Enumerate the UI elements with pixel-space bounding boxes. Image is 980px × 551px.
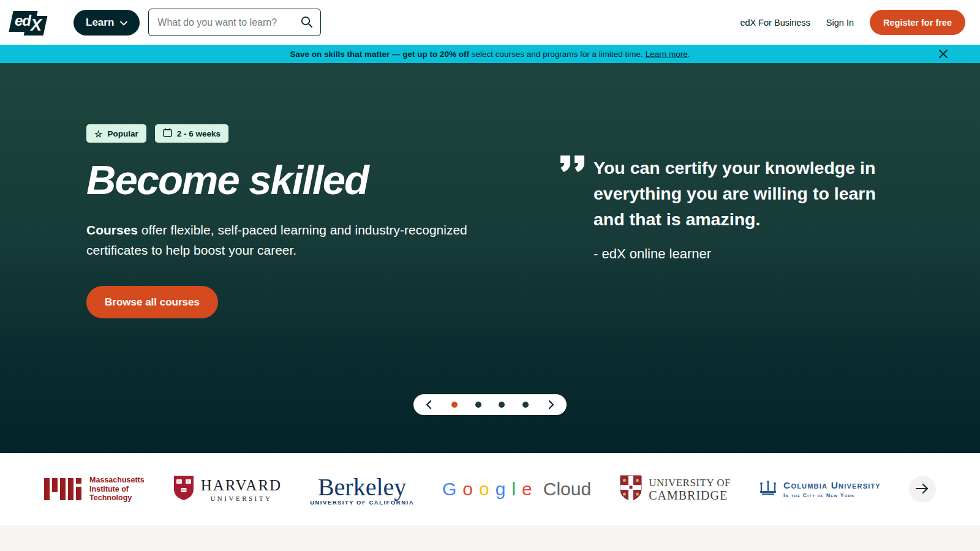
harvard-logo-text: HARVARD UNIVERSITY <box>201 477 282 502</box>
hero-content: ☆ Popular 2 - 6 weeks Become skilled Cou… <box>86 124 503 318</box>
carousel-prev-button[interactable] <box>423 399 434 411</box>
close-icon <box>938 51 948 61</box>
columbia-logo[interactable]: Columbia University In the City of New Y… <box>759 480 881 498</box>
hero-title: Become skilled <box>86 156 503 203</box>
duration-badge-label: 2 - 6 weeks <box>177 129 221 138</box>
popular-badge: ☆ Popular <box>86 124 146 143</box>
chevron-left-icon <box>424 402 433 411</box>
edx-logo-text-ed: ed <box>15 12 31 29</box>
sign-in-link[interactable]: Sign In <box>826 18 854 28</box>
chevron-down-icon <box>120 17 127 29</box>
google-cloud-logo[interactable]: Google Cloud <box>442 479 591 500</box>
popular-badge-label: Popular <box>107 129 138 138</box>
cambridge-shield-icon <box>619 474 643 504</box>
svg-text:TAS: TAS <box>181 489 187 492</box>
logos-next-button[interactable] <box>909 476 936 503</box>
harvard-logo[interactable]: VE RI TAS HARVARD UNIVERSITY <box>173 474 282 504</box>
learn-dropdown-button[interactable]: Learn <box>74 10 140 36</box>
carousel-dot[interactable] <box>499 402 505 408</box>
browse-all-courses-button[interactable]: Browse all courses <box>86 286 218 318</box>
hero-badges: ☆ Popular 2 - 6 weeks <box>86 124 503 143</box>
carousel-dot[interactable] <box>451 402 458 408</box>
chevron-right-icon <box>547 402 556 411</box>
banner-bold-text: Save on skills that matter — get up to 2… <box>290 50 470 59</box>
quote-attribution: - edX online learner <box>594 246 881 262</box>
cambridge-logo[interactable]: UNIVERSITY OF CAMBRIDGE <box>619 474 731 504</box>
banner-learn-more-link[interactable]: Learn more <box>646 50 688 59</box>
hero-description: Courses offer flexible, self-paced learn… <box>86 220 478 260</box>
register-button[interactable]: Register for free <box>870 10 965 35</box>
bottom-strip <box>0 525 980 551</box>
google-letter: o <box>462 479 473 500</box>
cambridge-logo-text: UNIVERSITY OF CAMBRIDGE <box>649 478 731 501</box>
columbia-crown-icon <box>759 480 777 498</box>
quote-body: You can certify your knowledge in everyt… <box>594 155 881 262</box>
harvard-shield-icon: VE RI TAS <box>173 474 195 504</box>
edx-logo-text-x: X <box>31 16 42 35</box>
google-cloud-text: Cloud <box>543 479 591 500</box>
columbia-logo-text: Columbia University In the City of New Y… <box>783 480 881 498</box>
carousel-dot[interactable] <box>522 402 529 408</box>
edx-logo[interactable]: ed X <box>10 9 48 37</box>
mit-logo-glyph <box>44 478 83 500</box>
search-input[interactable] <box>148 9 321 36</box>
mit-logo[interactable]: Massachusetts Institute of Technology <box>44 476 145 502</box>
star-icon: ☆ <box>94 129 102 138</box>
quote-icon <box>559 155 586 262</box>
mit-logo-text: Massachusetts Institute of Technology <box>89 476 145 502</box>
google-letter: l <box>511 479 516 500</box>
hero-description-rest: offer flexible, self-paced learning and … <box>86 223 467 257</box>
banner-close-button[interactable] <box>938 49 948 59</box>
promo-banner: Save on skills that matter — get up to 2… <box>0 45 980 63</box>
hero-section: ☆ Popular 2 - 6 weeks Become skilled Cou… <box>0 63 980 453</box>
learn-label: Learn <box>86 17 114 29</box>
testimonial-quote: You can certify your knowledge in everyt… <box>559 155 884 262</box>
calendar-icon <box>163 128 172 139</box>
svg-text:VE: VE <box>177 480 181 483</box>
hero-carousel-controls <box>413 394 567 415</box>
hero-description-bold: Courses <box>86 223 138 237</box>
google-letter: e <box>522 479 532 500</box>
berkeley-logo-text: Berkeley UNIVERSITY OF CALIFORNIA <box>310 473 414 506</box>
banner-suffix: . <box>688 50 690 59</box>
carousel-next-button[interactable] <box>546 399 557 411</box>
svg-text:RI: RI <box>187 480 190 483</box>
partner-logos-band: Massachusetts Institute of Technology VE… <box>0 453 980 525</box>
google-letter: G <box>442 479 456 500</box>
navbar-right: edX For Business Sign In Register for fr… <box>740 10 965 35</box>
carousel-dot[interactable] <box>475 402 481 408</box>
google-letter: o <box>479 479 489 500</box>
berkeley-logo[interactable]: Berkeley UNIVERSITY OF CALIFORNIA <box>310 473 414 506</box>
google-letter: g <box>496 479 506 500</box>
quote-text: You can certify your knowledge in everyt… <box>594 155 881 233</box>
search-bar <box>148 9 321 36</box>
top-navbar: ed X Learn edX For Business Sign In Regi… <box>0 0 980 45</box>
banner-regular-text: select courses and programs for a limite… <box>469 50 643 59</box>
duration-badge: 2 - 6 weeks <box>155 124 228 143</box>
edx-for-business-link[interactable]: edX For Business <box>740 18 810 28</box>
search-icon[interactable] <box>300 15 314 31</box>
arrow-right-icon <box>915 482 930 497</box>
